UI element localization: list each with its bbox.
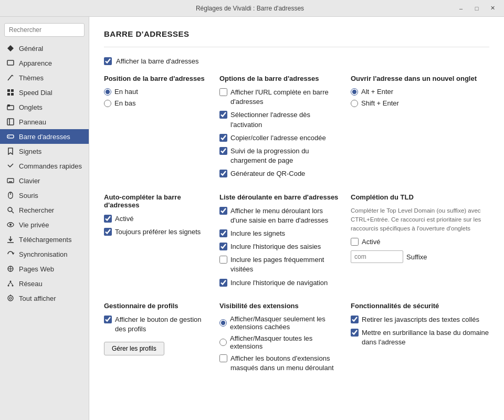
ext-all[interactable]: Afficher/Masquer toutes les extensions [219,334,340,350]
search-input[interactable] [4,23,85,37]
tld-active-checkbox[interactable] [351,238,359,246]
autocomplete-prefer-bookmarks[interactable]: Toujours préférer les signets [104,227,209,237]
dropdown-history-nav-label: Inclure l'historique de navigation [230,278,328,288]
sidebar-item-apparence[interactable]: Apparence [0,56,89,70]
open-shift-enter[interactable]: Shift + Enter [351,99,489,107]
sidebar-item-pages-web[interactable]: Pages Web [0,261,89,276]
sidebar-item-panneau[interactable]: Panneau [0,114,89,129]
sidebar-item-synchronisation[interactable]: Synchronisation [0,247,89,261]
sidebar-item-souris[interactable]: Souris [0,188,89,203]
manage-profiles-button[interactable]: Gérer les profils [104,342,164,355]
security-highlight-domain[interactable]: Mettre en surbrillance la base du domain… [351,328,489,347]
minimize-button[interactable]: – [454,3,468,14]
tld-section: Complétion du TLD Compléter le Top Level… [351,193,489,291]
svg-rect-0 [7,60,14,65]
dropdown-history-nav[interactable]: Inclure l'historique de navigation [219,278,340,288]
autocomplete-active[interactable]: Activé [104,214,209,224]
option-select-activation-checkbox[interactable] [219,111,227,119]
maximize-button[interactable]: □ [469,3,484,14]
open-new-tab-section: Ouvrir l'adresse dans un nouvel onglet A… [351,75,489,183]
svg-rect-6 [11,93,14,96]
svg-line-29 [8,282,10,285]
sidebar-item-telechargements[interactable]: Téléchargements [0,232,89,247]
autocomplete-active-checkbox[interactable] [104,215,112,223]
open-shift-enter-radio[interactable] [351,100,358,107]
svg-rect-5 [7,93,10,96]
commandes-rapides-icon [6,162,15,170]
ext-hidden-only[interactable]: Afficher/Masquer seulement les extension… [219,315,340,331]
dropdown-history-input-label: Inclure l'historique des saisies [230,242,321,251]
option-copy-encoded[interactable]: Copier/coller l'adresse encodée [219,133,340,143]
dropdown-show-checkbox[interactable] [219,207,227,215]
dropdown-signets-checkbox[interactable] [219,229,227,237]
sidebar-item-tout-afficher[interactable]: Tout afficher [0,291,89,306]
dropdown-history-input-checkbox[interactable] [219,243,227,250]
autocomplete-prefer-bookmarks-checkbox[interactable] [104,228,112,236]
sidebar-item-general[interactable]: Général [0,41,89,56]
profile-show-button-checkbox[interactable] [104,316,112,323]
pages-web-icon [6,265,15,273]
dropdown-frequent-checkbox[interactable] [219,256,227,264]
tld-input[interactable] [351,250,403,263]
security-highlight-domain-checkbox[interactable] [351,329,359,337]
option-progress[interactable]: Suivi de la progression du chargement de… [219,146,340,165]
option-progress-checkbox[interactable] [219,147,227,155]
position-en-bas-radio[interactable] [104,100,111,107]
option-url-complete[interactable]: Afficher l'URL complète en barre d'adres… [219,88,340,107]
sidebar-item-reseau[interactable]: Réseau [0,276,89,291]
dropdown-frequent[interactable]: Inclure les pages fréquemment visitées [219,255,340,274]
security-remove-js-checkbox[interactable] [351,316,359,323]
tld-input-row: Suffixe [351,250,489,263]
sidebar-item-themes[interactable]: Thèmes [0,70,89,85]
sidebar-item-signets[interactable]: Signets [0,144,89,159]
sidebar-item-commandes-rapides[interactable]: Commandes rapides [0,159,89,173]
apparence-icon [6,59,15,67]
security-remove-js[interactable]: Retirer les javascripts des textes collé… [351,315,489,324]
option-qr-code-checkbox[interactable] [219,170,227,177]
option-select-activation[interactable]: Sélectionner l'adresse dès l'activation [219,110,340,129]
open-alt-enter[interactable]: Alt + Enter [351,88,489,96]
sidebar-label-speeddial: Speed Dial [19,89,52,97]
sidebar-item-rechercher[interactable]: Rechercher [0,203,89,217]
position-en-haut-label: En haut [114,88,138,96]
dropdown-history-input[interactable]: Inclure l'historique des saisies [219,242,340,251]
signets-icon [6,147,15,155]
option-copy-encoded-checkbox[interactable] [219,134,227,142]
ext-dropdown-menu[interactable]: Afficher les boutons d'extensions masqué… [219,354,340,373]
svg-line-1 [8,75,12,80]
option-qr-code[interactable]: Générateur de QR-Code [219,169,340,178]
position-en-bas[interactable]: En bas [104,99,209,107]
autocomplete-prefer-bookmarks-label: Toujours préférer les signets [115,227,201,237]
option-progress-label: Suivi de la progression du chargement de… [230,146,340,165]
synchronisation-icon [6,250,15,258]
window-title: Réglages de Vivaldi : Barre d'adresses [46,5,454,12]
dropdown-show[interactable]: Afficher le menu déroulant lors d'une sa… [219,206,340,225]
sidebar-item-speeddial[interactable]: Speed Dial [0,85,89,100]
sidebar-label-telechargements: Téléchargements [19,236,71,244]
position-en-haut-radio[interactable] [104,88,111,96]
dropdown-history-nav-checkbox[interactable] [219,279,227,287]
show-address-bar-checkbox[interactable] [104,57,112,65]
tld-active-row[interactable]: Activé [351,237,489,247]
sidebar-item-clavier[interactable]: Clavier [0,173,89,188]
ext-dropdown-menu-checkbox[interactable] [219,354,227,362]
profile-show-button[interactable]: Afficher le bouton de gestion des profil… [104,315,209,334]
svg-point-22 [9,224,12,226]
open-alt-enter-radio[interactable] [351,88,358,96]
ext-all-radio[interactable] [219,339,227,346]
close-button[interactable]: ✕ [485,3,500,14]
autocomplete-active-label: Activé [115,214,133,224]
dropdown-signets[interactable]: Inclure les signets [219,229,340,238]
speeddial-icon [6,88,15,97]
sidebar-item-onglets[interactable]: Onglets [0,100,89,114]
sidebar-item-vie-privee[interactable]: Vie privée [0,217,89,232]
svg-rect-9 [7,119,14,125]
position-en-haut[interactable]: En haut [104,88,209,96]
clavier-icon [6,176,15,185]
sidebar-item-barre-adresses[interactable]: Barre d'adresses [0,129,89,144]
ext-hidden-only-radio[interactable] [219,319,227,327]
security-section: Fonctionnalités de sécurité Retirer les … [351,302,489,376]
option-url-complete-checkbox[interactable] [219,88,227,96]
ext-all-label: Afficher/Masquer toutes les extensions [230,334,340,350]
open-alt-enter-label: Alt + Enter [361,88,393,96]
